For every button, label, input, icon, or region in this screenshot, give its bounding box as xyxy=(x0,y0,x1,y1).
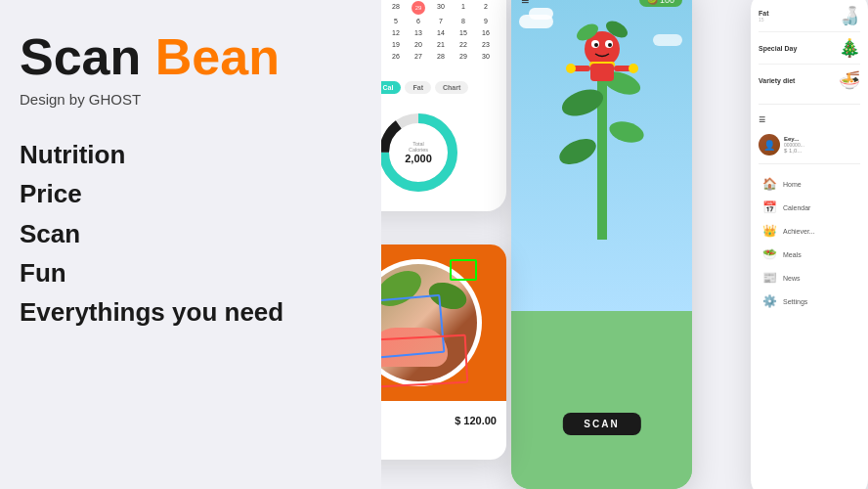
brand-title: Scan Bean xyxy=(20,29,362,85)
nav-label-home: Home xyxy=(783,181,802,188)
avatar-icon: 👤 xyxy=(763,140,775,151)
sidebar-food-fat-name: Fat xyxy=(759,10,769,17)
brand-bean: Bean xyxy=(155,28,280,85)
game-ground xyxy=(511,311,692,489)
svg-point-12 xyxy=(608,43,612,47)
brand-scan: Scan xyxy=(20,28,141,85)
cal-cell: 29 xyxy=(453,51,474,62)
bean-plant-svg xyxy=(539,5,666,279)
cal-cell: 22 xyxy=(453,39,474,50)
home-icon: 🏠 xyxy=(760,177,778,191)
news-icon: 📰 xyxy=(760,271,778,285)
cal-cell: 5 xyxy=(385,16,407,26)
sidebar-divider-1 xyxy=(759,104,860,105)
feature-scan: Scan xyxy=(20,214,362,253)
nav-item-settings[interactable]: ⚙️ Settings xyxy=(759,289,860,313)
sidebar-profile: 👤 Eey... 000000... $ 1,0... xyxy=(759,134,860,156)
feature-fun: Fun xyxy=(20,253,362,292)
cal-cell: 20 xyxy=(408,39,429,50)
settings-icon: ⚙️ xyxy=(760,294,778,308)
cal-cell: 9 xyxy=(475,16,497,26)
sidebar-food-special-name: Special Day xyxy=(759,45,797,52)
cal-cell: 6 xyxy=(408,16,429,26)
sidebar-food-item-variety: Variety diet 🍜 xyxy=(759,65,860,96)
nav-label-settings: Settings xyxy=(783,298,807,305)
nav-item-meals[interactable]: 🥗 Meals xyxy=(759,243,860,266)
sidebar-food-variety-icon: 🍜 xyxy=(839,69,860,91)
tab-chart[interactable]: Chart xyxy=(435,81,468,94)
phone-mockup-game: ≡ 🥝 100 xyxy=(511,0,692,489)
cal-cell: 1 xyxy=(453,1,474,15)
sidebar-food-variety-name: Variety diet xyxy=(759,77,795,84)
right-panel-mockup: Fat 15 🍶 Special Day 🎄 Variety diet 🍜 ≡ … xyxy=(751,0,868,489)
nav-label-calendar: Calendar xyxy=(783,204,810,211)
nav-label-achievements: Achiever... xyxy=(783,228,815,235)
coin-count: 100 xyxy=(660,0,674,5)
donut-center: Total Calories 2,000 xyxy=(405,141,432,164)
cal-cell: 2 xyxy=(475,1,497,15)
sidebar-food-special-icon: 🎄 xyxy=(839,37,860,59)
cal-cell: 28 xyxy=(385,1,407,15)
profile-avatar: 👤 xyxy=(759,134,780,156)
cal-cell: 26 xyxy=(385,51,407,62)
cal-cell: 29 xyxy=(412,1,425,15)
cal-cell: 19 xyxy=(385,39,407,50)
cal-cell: 21 xyxy=(430,39,452,50)
profile-coins: $ 1,0... xyxy=(784,148,860,154)
tab-fat[interactable]: Fat xyxy=(405,81,431,94)
sidebar-food-item-special: Special Day 🎄 xyxy=(759,32,860,65)
cal-cell: 7 xyxy=(430,16,452,26)
feature-everything: Everythings you need xyxy=(20,292,362,332)
game-screen: ≡ 🥝 100 xyxy=(511,0,692,489)
cal-cell: 30 xyxy=(430,1,452,15)
mockups-area: M T W T F S S 26 27 28 29 30 1 2 3 4 5 6… xyxy=(321,0,868,489)
feature-nutrition: Nutrition xyxy=(20,135,362,174)
nav-label-news: News xyxy=(783,275,801,282)
cal-cell: 14 xyxy=(430,27,452,38)
cal-cell: 28 xyxy=(430,51,452,62)
design-credit: Design by GHOST xyxy=(20,91,362,108)
sidebar-food-fat-icon: 🍶 xyxy=(839,5,860,26)
total-price: $ 120.00 xyxy=(455,415,497,426)
nav-item-home[interactable]: 🏠 Home xyxy=(759,172,860,196)
scan-box-green xyxy=(450,259,477,281)
features-list: Nutrition Price Scan Fun Everythings you… xyxy=(20,135,362,332)
sidebar-divider-2 xyxy=(759,163,860,164)
cal-cell: 16 xyxy=(475,27,497,38)
svg-point-11 xyxy=(594,43,598,47)
nav-item-calendar[interactable]: 📅 Calendar xyxy=(759,196,860,219)
cal-cell: 30 xyxy=(475,51,497,62)
achievements-icon: 👑 xyxy=(760,224,778,238)
svg-point-6 xyxy=(555,134,600,170)
cal-cell: 12 xyxy=(385,27,407,38)
nav-item-achievements[interactable]: 👑 Achiever... xyxy=(759,219,860,243)
sidebar-food-item-fat: Fat 15 🍶 xyxy=(759,0,860,32)
cal-cell: 15 xyxy=(453,27,474,38)
feature-price: Price xyxy=(20,174,362,213)
left-panel: Scan Bean Design by GHOST Nutrition Pric… xyxy=(0,0,381,489)
game-menu-icon: ≡ xyxy=(521,0,531,8)
svg-point-19 xyxy=(566,64,576,73)
svg-point-7 xyxy=(607,118,646,147)
coin-icon: 🥝 xyxy=(647,0,658,5)
profile-info: Eey... 000000... $ 1,0... xyxy=(784,136,860,154)
sidebar-food-fat-count: 15 xyxy=(759,17,769,22)
nav-label-meals: Meals xyxy=(783,251,802,258)
meals-icon: 🥗 xyxy=(760,247,778,261)
cal-cell: 23 xyxy=(475,39,497,50)
svg-rect-16 xyxy=(590,64,614,81)
game-header: ≡ 🥝 100 xyxy=(511,0,692,13)
coin-badge: 🥝 100 xyxy=(639,0,682,7)
calendar-icon: 📅 xyxy=(760,200,778,214)
svg-point-20 xyxy=(629,64,638,73)
donut-value: 2,000 xyxy=(405,153,432,164)
cal-cell: 27 xyxy=(408,51,429,62)
sidebar-menu-icon: ≡ xyxy=(759,112,860,126)
cal-cell: 8 xyxy=(453,16,474,26)
cal-cell: 13 xyxy=(408,27,429,38)
scan-button-game[interactable]: SCAN xyxy=(562,413,640,435)
nav-item-news[interactable]: 📰 News xyxy=(759,266,860,289)
